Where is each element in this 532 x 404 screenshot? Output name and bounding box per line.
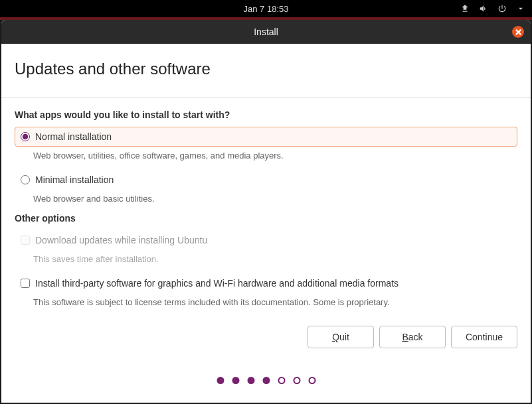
chevron-down-icon[interactable]: [516, 4, 525, 13]
minimal-install-desc: Web browser and basic utilities.: [33, 194, 517, 204]
system-topbar: Jan 7 18:53: [0, 0, 532, 17]
divider: [1, 97, 531, 98]
network-icon[interactable]: [460, 4, 470, 13]
progress-dot: [217, 377, 224, 384]
quit-button[interactable]: Quit: [308, 326, 374, 348]
normal-install-option[interactable]: Normal installation: [15, 127, 517, 147]
power-icon[interactable]: [497, 4, 507, 13]
progress-dot: [293, 377, 300, 384]
progress-dot: [247, 377, 254, 384]
minimal-install-option[interactable]: Minimal installation: [15, 170, 517, 190]
download-updates-desc: This saves time after installation.: [33, 254, 517, 264]
clock: Jan 7 18:53: [244, 4, 289, 14]
button-row: Quit Back Continue: [308, 326, 517, 348]
volume-icon[interactable]: [479, 4, 488, 13]
minimal-install-label: Minimal installation: [35, 174, 114, 185]
progress-dot: [278, 377, 285, 384]
third-party-label: Install third-party software for graphic…: [35, 278, 399, 289]
progress-dot: [262, 377, 270, 384]
download-updates-label: Download updates while installing Ubuntu: [35, 235, 207, 245]
page-title: Updates and other software: [15, 60, 517, 78]
other-heading: Other options: [15, 213, 517, 224]
system-tray: [460, 4, 525, 13]
progress-indicator: [217, 377, 315, 384]
progress-dot: [308, 377, 315, 384]
close-button[interactable]: [512, 26, 524, 38]
download-updates-option: Download updates while installing Ubuntu: [15, 230, 517, 250]
installer-content: Updates and other software What apps wou…: [1, 44, 531, 403]
continue-button[interactable]: Continue: [451, 326, 517, 348]
close-icon: [515, 29, 521, 35]
normal-install-label: Normal installation: [35, 131, 112, 142]
third-party-checkbox[interactable]: [21, 279, 30, 288]
normal-install-radio[interactable]: [21, 132, 30, 141]
third-party-desc: This software is subject to license term…: [33, 297, 517, 307]
back-button[interactable]: Back: [379, 326, 446, 348]
third-party-option[interactable]: Install third-party software for graphic…: [15, 273, 517, 293]
installer-window: Install Updates and other software What …: [1, 20, 531, 403]
download-updates-checkbox: [21, 236, 30, 245]
window-title: Install: [254, 27, 278, 37]
titlebar: Install: [1, 20, 531, 44]
progress-dot: [232, 377, 239, 384]
apps-heading: What apps would you like to install to s…: [15, 109, 517, 120]
minimal-install-radio[interactable]: [21, 175, 30, 184]
normal-install-desc: Web browser, utilities, office software,…: [33, 151, 517, 161]
